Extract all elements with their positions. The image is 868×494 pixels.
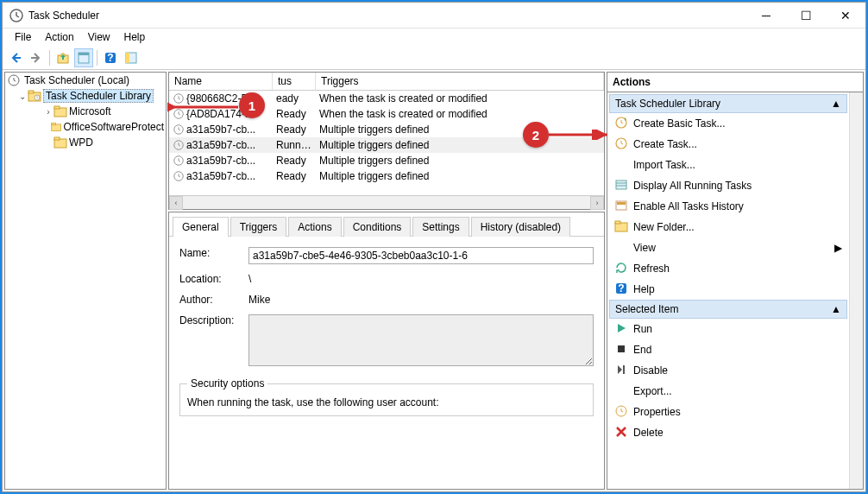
actions-section-library[interactable]: Task Scheduler Library ▲ — [609, 94, 847, 113]
action-end[interactable]: End — [609, 339, 847, 360]
action-label: Help — [633, 283, 655, 295]
action-new-folder-[interactable]: New Folder... — [609, 217, 847, 238]
description-label: Description: — [179, 314, 248, 326]
tree-child-microsoft[interactable]: › Microsoft — [5, 104, 166, 119]
name-input[interactable] — [248, 247, 594, 264]
svg-rect-13 — [54, 106, 60, 109]
vertical-scrollbar[interactable] — [849, 92, 863, 489]
action-view[interactable]: View▶ — [609, 238, 847, 258]
action-enable-all-tasks-history[interactable]: Enable All Tasks History — [609, 196, 847, 217]
menu-file[interactable]: File — [8, 29, 38, 45]
create-basic-icon — [614, 116, 628, 132]
action-properties[interactable]: Properties — [609, 402, 847, 422]
action-run[interactable]: Run — [609, 319, 847, 339]
action-export-[interactable]: Export... — [609, 381, 847, 402]
svg-rect-35 — [618, 345, 625, 352]
horizontal-scrollbar[interactable]: ‹ › — [169, 195, 604, 209]
action-help[interactable]: ?Help — [609, 279, 847, 300]
column-triggers[interactable]: Triggers — [316, 73, 604, 90]
action-display-all-running-tasks[interactable]: Display All Running Tasks — [609, 175, 847, 196]
scroll-right-button[interactable]: › — [590, 196, 604, 210]
tree-child-office[interactable]: OfficeSoftwareProtect — [5, 119, 166, 135]
description-textarea[interactable] — [248, 314, 594, 366]
action-delete[interactable]: Delete — [609, 422, 847, 443]
svg-rect-36 — [623, 365, 625, 374]
help-button[interactable]: ? — [101, 48, 120, 67]
expand-toggle[interactable]: ⌄ — [17, 92, 28, 101]
collapse-icon: ▲ — [831, 98, 841, 110]
action-label: End — [633, 344, 651, 356]
create-icon — [614, 136, 628, 153]
task-name: a31a59b7-cb... — [186, 170, 255, 182]
scroll-left-button[interactable]: ‹ — [169, 196, 183, 210]
location-value: \ — [248, 273, 594, 285]
annotation-2: 2 — [523, 122, 549, 148]
security-legend: Security options — [187, 377, 267, 390]
navigation-tree[interactable]: Task Scheduler (Local) ⌄ Task Scheduler … — [4, 72, 167, 490]
action-pane-button[interactable] — [74, 48, 93, 67]
action-label: Properties — [633, 406, 681, 418]
tree-child-wpd[interactable]: WPD — [5, 135, 166, 150]
task-status: Running — [273, 139, 316, 151]
tab-history-disabled-[interactable]: History (disabled) — [471, 217, 570, 237]
action-create-basic-task-[interactable]: Create Basic Task... — [609, 113, 847, 134]
disable-icon — [614, 363, 628, 379]
action-label: Import Task... — [633, 159, 695, 171]
expand-toggle[interactable]: › — [43, 107, 53, 117]
toolbar: ? — [3, 46, 865, 70]
column-status[interactable]: tus — [273, 73, 316, 90]
task-status: Ready — [273, 108, 316, 120]
folder-icon — [53, 104, 67, 118]
actions-section-selected[interactable]: Selected Item ▲ — [609, 300, 847, 319]
tree-child-label: WPD — [67, 136, 95, 149]
task-details: GeneralTriggersActionsConditionsSettings… — [168, 212, 605, 490]
forward-button[interactable] — [27, 48, 46, 67]
action-label: Disable — [633, 364, 668, 377]
tab-general[interactable]: General — [173, 217, 229, 237]
action-refresh[interactable]: Refresh — [609, 258, 847, 279]
folder-icon — [53, 136, 67, 149]
action-import-task-[interactable]: Import Task... — [609, 155, 847, 175]
end-icon — [614, 342, 628, 358]
menu-help[interactable]: Help — [117, 29, 153, 45]
tree-root[interactable]: Task Scheduler (Local) — [5, 73, 166, 88]
svg-rect-10 — [28, 91, 34, 93]
tab-triggers[interactable]: Triggers — [230, 217, 287, 237]
minimize-button[interactable]: ─ — [746, 3, 786, 28]
menu-view[interactable]: View — [81, 29, 117, 45]
up-level-button[interactable] — [53, 48, 72, 67]
back-button[interactable] — [6, 48, 25, 67]
task-row[interactable]: a31a59b7-cb...ReadyMultiple triggers def… — [169, 168, 604, 184]
actions-header: Actions — [607, 72, 864, 92]
tab-conditions[interactable]: Conditions — [343, 217, 412, 237]
task-name: a31a59b7-cb... — [186, 124, 255, 136]
action-label: View — [633, 242, 656, 254]
window-title: Task Scheduler — [28, 10, 746, 22]
display-icon — [614, 178, 628, 194]
enable-icon — [614, 199, 628, 215]
location-label: Location: — [179, 273, 248, 285]
action-label: Display All Running Tasks — [633, 180, 752, 192]
svg-text:?: ? — [618, 282, 624, 294]
svg-rect-30 — [617, 202, 626, 205]
refresh-icon — [614, 261, 628, 277]
maximize-button[interactable]: ☐ — [786, 3, 826, 28]
security-text: When running the task, use the following… — [187, 396, 586, 408]
name-label: Name: — [179, 247, 248, 259]
tab-actions[interactable]: Actions — [288, 217, 341, 237]
tab-settings[interactable]: Settings — [412, 217, 469, 237]
action-disable[interactable]: Disable — [609, 360, 847, 381]
action-label: Enable All Tasks History — [633, 200, 744, 212]
close-button[interactable]: ✕ — [826, 3, 865, 28]
task-row[interactable]: a31a59b7-cb...ReadyMultiple triggers def… — [169, 153, 604, 168]
tree-library[interactable]: ⌄ Task Scheduler Library — [5, 88, 166, 104]
properties-button[interactable] — [122, 48, 141, 67]
column-name[interactable]: Name — [169, 73, 273, 90]
tree-child-label: OfficeSoftwareProtect — [62, 121, 167, 133]
annotation-arrow-2 — [549, 130, 614, 140]
clock-icon — [173, 170, 185, 182]
delete-icon — [614, 425, 628, 441]
action-create-task-[interactable]: Create Task... — [609, 134, 847, 155]
security-options-box: Security options When running the task, … — [179, 377, 594, 416]
menu-action[interactable]: Action — [38, 29, 80, 45]
